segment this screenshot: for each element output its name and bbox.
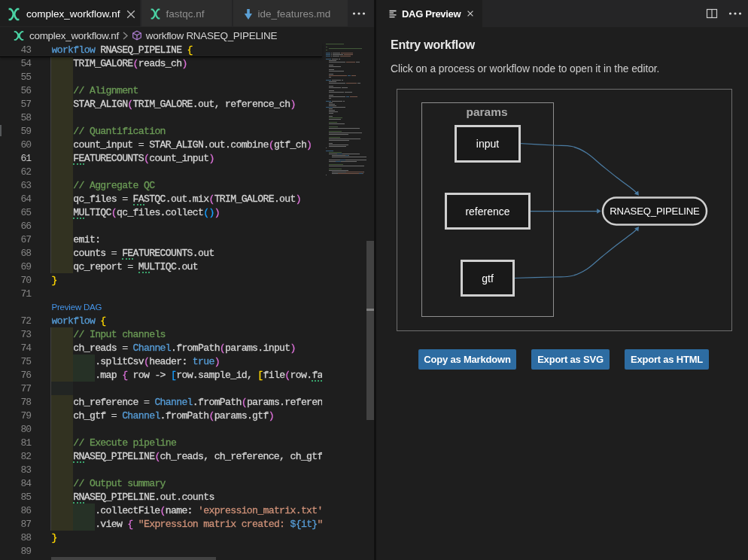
svg-text:gtf: gtf bbox=[482, 272, 494, 285]
svg-text:params: params bbox=[466, 105, 507, 118]
svg-text:reference: reference bbox=[465, 205, 509, 218]
svg-text:input: input bbox=[476, 138, 499, 150]
svg-text:RNASEQ_PIPELINE: RNASEQ_PIPELINE bbox=[610, 205, 700, 217]
